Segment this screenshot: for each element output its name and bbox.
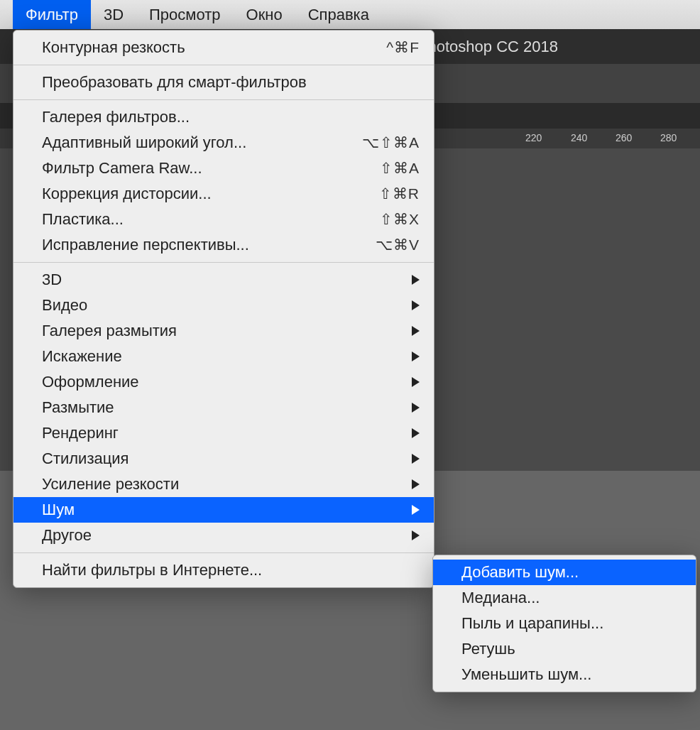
menu-item-label: Пластика... xyxy=(42,210,380,229)
menubar-item-label: Фильтр xyxy=(26,6,78,24)
submenu-item-label: Добавить шум... xyxy=(461,563,579,582)
menu-item-label: Адаптивный широкий угол... xyxy=(42,134,362,152)
menubar-item-filter[interactable]: Фильтр xyxy=(13,0,91,29)
menubar-item-label: Справка xyxy=(308,6,369,24)
menu-item-label: Другое xyxy=(42,526,412,545)
menubar-item-window[interactable]: Окно xyxy=(234,0,295,29)
menu-item-shortcut: ⇧⌘X xyxy=(380,211,420,228)
menu-item-shortcut: ⌥⌘V xyxy=(376,236,420,254)
ruler-tick: 280 xyxy=(660,132,677,143)
menu-item-label: Искажение xyxy=(42,347,412,366)
menu-item-liquify[interactable]: Пластика...⇧⌘X xyxy=(13,207,434,232)
menu-item-shortcut: ⌥⇧⌘A xyxy=(362,134,420,151)
submenu-item-label: Ретушь xyxy=(461,640,515,658)
menubar-item-label: 3D xyxy=(104,6,124,24)
menubar-item-label: Просмотр xyxy=(149,6,220,24)
submenu-arrow-icon xyxy=(412,505,420,515)
submenu-item-median[interactable]: Медиана... xyxy=(433,585,696,611)
filter-menu: Контурная резкость ^⌘F Преобразовать для… xyxy=(13,30,434,588)
menu-item-adaptive-wide-angle[interactable]: Адаптивный широкий угол...⌥⇧⌘A xyxy=(13,130,434,156)
menu-item-blur[interactable]: Размытие xyxy=(13,395,434,420)
submenu-arrow-icon xyxy=(412,428,420,438)
submenu-item-reduce-noise[interactable]: Уменьшить шум... xyxy=(433,662,696,687)
menu-item-convert-smart[interactable]: Преобразовать для смарт-фильтров xyxy=(13,70,434,95)
ruler-tick: 260 xyxy=(616,132,632,143)
menu-item-camera-raw[interactable]: Фильтр Camera Raw...⇧⌘A xyxy=(13,156,434,181)
menu-item-browse-online[interactable]: Найти фильтры в Интернете... xyxy=(13,557,434,583)
menu-item-stylize[interactable]: Стилизация xyxy=(13,446,434,472)
menu-item-label: Размытие xyxy=(42,398,412,417)
menu-item-sharpen[interactable]: Усиление резкости xyxy=(13,472,434,497)
submenu-arrow-icon xyxy=(412,377,420,387)
menu-item-label: Шум xyxy=(42,501,412,519)
submenu-arrow-icon xyxy=(412,479,420,489)
menu-item-label: Фильтр Camera Raw... xyxy=(42,159,380,178)
menu-item-3d[interactable]: 3D xyxy=(13,267,434,293)
submenu-item-despeckle[interactable]: Ретушь xyxy=(433,636,696,662)
menu-item-shortcut: ^⌘F xyxy=(386,39,420,56)
menu-item-pixelate[interactable]: Оформление xyxy=(13,369,434,395)
menu-separator xyxy=(13,99,434,100)
menubar-item-help[interactable]: Справка xyxy=(295,0,382,29)
menu-item-label: Стилизация xyxy=(42,450,412,468)
menu-item-distort[interactable]: Искажение xyxy=(13,344,434,369)
menu-item-lens-correction[interactable]: Коррекция дисторсии...⇧⌘R xyxy=(13,181,434,207)
submenu-item-label: Пыль и царапины... xyxy=(461,614,603,633)
menu-item-label: Галерея размытия xyxy=(42,322,412,340)
menu-item-label: Исправление перспективы... xyxy=(42,236,376,254)
noise-submenu: Добавить шум... Медиана... Пыль и царапи… xyxy=(432,555,696,692)
menu-item-label: Усиление резкости xyxy=(42,475,412,494)
menu-item-noise[interactable]: Шум xyxy=(13,497,434,523)
menu-item-shortcut: ⇧⌘A xyxy=(380,160,420,177)
menu-item-label: Коррекция дисторсии... xyxy=(42,185,379,203)
ruler-tick: 220 xyxy=(525,132,542,143)
menubar-item-3d[interactable]: 3D xyxy=(91,0,136,29)
ruler-tick: 240 xyxy=(571,132,587,143)
submenu-item-dust-scratches[interactable]: Пыль и царапины... xyxy=(433,611,696,636)
menu-item-label: Оформление xyxy=(42,373,412,391)
submenu-arrow-icon xyxy=(412,352,420,361)
submenu-arrow-icon xyxy=(412,454,420,464)
menu-item-label: Преобразовать для смарт-фильтров xyxy=(42,73,420,92)
menu-item-label: 3D xyxy=(42,271,412,289)
submenu-arrow-icon xyxy=(412,300,420,310)
menu-separator xyxy=(13,262,434,263)
menu-separator xyxy=(13,65,434,65)
menu-item-last-filter[interactable]: Контурная резкость ^⌘F xyxy=(13,35,434,60)
menubar: Фильтр 3D Просмотр Окно Справка xyxy=(0,0,700,29)
submenu-item-add-noise[interactable]: Добавить шум... xyxy=(433,560,696,585)
submenu-arrow-icon xyxy=(412,275,420,285)
menu-separator xyxy=(13,552,434,553)
menu-item-video[interactable]: Видео xyxy=(13,293,434,318)
submenu-arrow-icon xyxy=(412,326,420,336)
menu-item-shortcut: ⇧⌘R xyxy=(379,185,420,202)
menu-item-other[interactable]: Другое xyxy=(13,523,434,548)
submenu-item-label: Уменьшить шум... xyxy=(461,665,591,684)
menu-item-render[interactable]: Рендеринг xyxy=(13,420,434,446)
menu-item-label: Найти фильтры в Интернете... xyxy=(42,561,420,579)
menubar-item-view[interactable]: Просмотр xyxy=(136,0,233,29)
menu-item-label: Контурная резкость xyxy=(42,38,386,57)
menu-item-label: Галерея фильтров... xyxy=(42,108,420,126)
menu-item-blur-gallery[interactable]: Галерея размытия xyxy=(13,318,434,344)
submenu-item-label: Медиана... xyxy=(461,589,540,607)
menubar-item-label: Окно xyxy=(246,6,283,24)
menu-item-filter-gallery[interactable]: Галерея фильтров... xyxy=(13,104,434,130)
menu-item-label: Рендеринг xyxy=(42,424,412,442)
menu-item-label: Видео xyxy=(42,296,412,315)
submenu-arrow-icon xyxy=(412,403,420,413)
submenu-arrow-icon xyxy=(412,530,420,540)
menu-item-vanishing-point[interactable]: Исправление перспективы...⌥⌘V xyxy=(13,232,434,258)
